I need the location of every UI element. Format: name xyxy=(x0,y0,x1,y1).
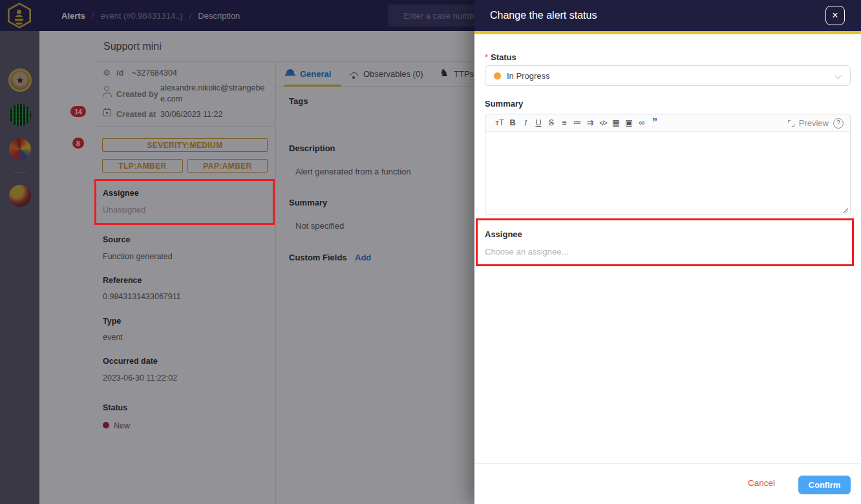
required-asterisk: * xyxy=(485,52,488,62)
toolbar-right-group: Preview ? xyxy=(788,114,844,132)
blockquote-icon[interactable]: ” xyxy=(648,115,661,131)
fullscreen-icon[interactable] xyxy=(788,120,794,127)
heading-icon[interactable]: тT xyxy=(493,114,506,132)
code-icon[interactable]: </> xyxy=(597,114,610,132)
help-icon[interactable]: ? xyxy=(833,118,844,129)
help-question-mark: ? xyxy=(836,120,840,127)
italic-icon[interactable]: I xyxy=(519,114,532,132)
modal-accent-bar xyxy=(474,31,861,34)
editor-toolbar: тT B I U S ≡ ≔ ⇉ </> ▦ ▣ ∞ ” Preview ? xyxy=(485,114,850,132)
cancel-button[interactable]: Cancel xyxy=(748,478,775,488)
modal-summary-label: Summary xyxy=(485,99,523,109)
annotation-box-panel-assignee xyxy=(94,179,275,225)
underline-icon[interactable]: U xyxy=(532,114,545,132)
status-select[interactable]: In Progress xyxy=(485,65,851,86)
confirm-button[interactable]: Confirm xyxy=(798,476,851,494)
status-field-label-row: *Status xyxy=(485,51,516,63)
summary-markdown-editor: тT B I U S ≡ ≔ ⇉ </> ▦ ▣ ∞ ” Preview ? xyxy=(485,114,851,215)
modal-status-label: Status xyxy=(491,52,516,62)
link-icon[interactable]: ∞ xyxy=(635,114,648,132)
close-icon: × xyxy=(832,10,838,21)
modal-footer: Cancel Confirm xyxy=(474,463,861,504)
modal-header: Change the alert status × xyxy=(474,0,861,31)
indent-icon[interactable]: ⇉ xyxy=(584,114,597,132)
annotation-box-modal-assignee xyxy=(476,218,854,266)
strikethrough-icon[interactable]: S xyxy=(545,114,558,132)
bullet-list-icon[interactable]: ≡ xyxy=(558,114,571,132)
summary-textarea[interactable] xyxy=(485,132,850,215)
preview-toggle[interactable]: Preview xyxy=(799,118,829,128)
close-button[interactable]: × xyxy=(825,6,845,25)
status-select-value: In Progress xyxy=(507,71,549,81)
ordered-list-icon[interactable]: ≔ xyxy=(571,114,584,132)
table-icon[interactable]: ▦ xyxy=(610,114,622,132)
resize-handle-icon[interactable] xyxy=(842,207,848,213)
image-icon[interactable]: ▣ xyxy=(622,114,635,132)
modal-title: Change the alert status xyxy=(490,10,597,21)
chevron-down-icon xyxy=(834,72,842,79)
app-root: Alerts / event (#0.98431314..) / Descrip… xyxy=(0,0,861,504)
in-progress-dot-icon xyxy=(494,72,501,79)
bold-icon[interactable]: B xyxy=(506,114,519,132)
